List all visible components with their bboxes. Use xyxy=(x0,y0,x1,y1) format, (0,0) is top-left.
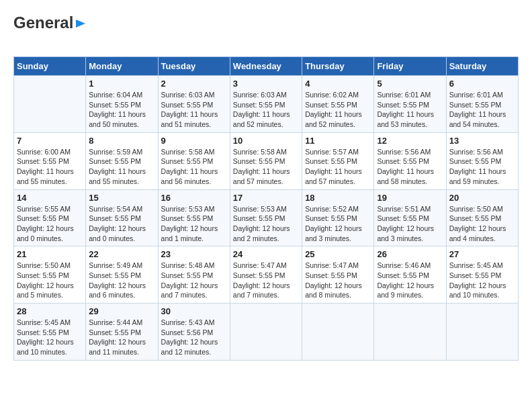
day-detail: Sunrise: 5:47 AM Sunset: 5:55 PM Dayligh… xyxy=(233,261,299,300)
calendar-cell: 9Sunrise: 5:58 AM Sunset: 5:55 PM Daylig… xyxy=(158,132,230,189)
day-detail: Sunrise: 5:54 AM Sunset: 5:55 PM Dayligh… xyxy=(89,204,154,244)
col-header-thursday: Thursday xyxy=(302,57,374,76)
calendar-cell xyxy=(374,304,446,361)
calendar-cell: 3Sunrise: 6:03 AM Sunset: 5:55 PM Daylig… xyxy=(230,76,302,133)
day-number: 19 xyxy=(377,193,443,203)
day-number: 26 xyxy=(377,249,443,259)
calendar-cell: 16Sunrise: 5:53 AM Sunset: 5:55 PM Dayli… xyxy=(158,189,230,246)
calendar-cell: 8Sunrise: 5:59 AM Sunset: 5:55 PM Daylig… xyxy=(86,132,158,189)
calendar-cell: 2Sunrise: 6:03 AM Sunset: 5:55 PM Daylig… xyxy=(158,76,230,133)
day-number: 23 xyxy=(161,249,227,259)
col-header-tuesday: Tuesday xyxy=(158,57,230,76)
day-number: 21 xyxy=(17,249,83,259)
calendar-cell: 17Sunrise: 5:53 AM Sunset: 5:55 PM Dayli… xyxy=(230,189,302,246)
day-number: 12 xyxy=(377,136,443,146)
calendar-cell: 11Sunrise: 5:57 AM Sunset: 5:55 PM Dayli… xyxy=(302,132,374,189)
day-number: 20 xyxy=(449,193,515,203)
day-detail: Sunrise: 6:01 AM Sunset: 5:55 PM Dayligh… xyxy=(449,90,515,130)
calendar-cell: 15Sunrise: 5:54 AM Sunset: 5:55 PM Dayli… xyxy=(86,189,158,246)
calendar-cell: 30Sunrise: 5:43 AM Sunset: 5:56 PM Dayli… xyxy=(158,304,230,361)
day-number: 15 xyxy=(89,193,154,203)
day-detail: Sunrise: 5:46 AM Sunset: 5:55 PM Dayligh… xyxy=(377,261,443,300)
calendar-cell xyxy=(230,304,302,361)
day-detail: Sunrise: 5:59 AM Sunset: 5:55 PM Dayligh… xyxy=(89,147,154,187)
day-detail: Sunrise: 6:02 AM Sunset: 5:55 PM Dayligh… xyxy=(305,90,371,130)
day-detail: Sunrise: 6:03 AM Sunset: 5:55 PM Dayligh… xyxy=(161,90,227,130)
day-number: 28 xyxy=(17,306,83,316)
calendar-cell: 14Sunrise: 5:55 AM Sunset: 5:55 PM Dayli… xyxy=(14,189,86,246)
day-detail: Sunrise: 5:44 AM Sunset: 5:55 PM Dayligh… xyxy=(89,318,154,357)
day-detail: Sunrise: 5:51 AM Sunset: 5:55 PM Dayligh… xyxy=(377,204,443,244)
col-header-monday: Monday xyxy=(86,57,158,76)
day-number: 6 xyxy=(449,79,515,89)
day-detail: Sunrise: 5:49 AM Sunset: 5:55 PM Dayligh… xyxy=(89,261,154,300)
calendar-cell: 21Sunrise: 5:50 AM Sunset: 5:55 PM Dayli… xyxy=(14,246,86,304)
logo-arrow-icon xyxy=(75,17,87,30)
day-detail: Sunrise: 5:56 AM Sunset: 5:55 PM Dayligh… xyxy=(449,147,515,187)
calendar-cell: 13Sunrise: 5:56 AM Sunset: 5:55 PM Dayli… xyxy=(446,132,518,189)
day-detail: Sunrise: 5:53 AM Sunset: 5:55 PM Dayligh… xyxy=(233,204,299,244)
day-number: 14 xyxy=(17,193,83,203)
calendar-cell: 28Sunrise: 5:45 AM Sunset: 5:55 PM Dayli… xyxy=(14,304,86,361)
calendar-cell: 18Sunrise: 5:52 AM Sunset: 5:55 PM Dayli… xyxy=(302,189,374,246)
calendar-week-5: 28Sunrise: 5:45 AM Sunset: 5:55 PM Dayli… xyxy=(14,304,519,361)
day-number: 29 xyxy=(89,306,154,316)
day-number: 7 xyxy=(17,136,83,146)
day-detail: Sunrise: 5:58 AM Sunset: 5:55 PM Dayligh… xyxy=(233,147,299,187)
day-detail: Sunrise: 5:45 AM Sunset: 5:55 PM Dayligh… xyxy=(17,318,83,357)
calendar-cell: 5Sunrise: 6:01 AM Sunset: 5:55 PM Daylig… xyxy=(374,76,446,133)
logo: General xyxy=(13,13,87,50)
calendar-cell: 6Sunrise: 6:01 AM Sunset: 5:55 PM Daylig… xyxy=(446,76,518,133)
day-number: 10 xyxy=(233,136,299,146)
day-detail: Sunrise: 5:50 AM Sunset: 5:55 PM Dayligh… xyxy=(17,261,83,300)
calendar-week-3: 14Sunrise: 5:55 AM Sunset: 5:55 PM Dayli… xyxy=(14,189,519,246)
calendar-cell xyxy=(446,304,518,361)
day-number: 18 xyxy=(305,193,371,203)
day-number: 11 xyxy=(305,136,371,146)
day-detail: Sunrise: 5:58 AM Sunset: 5:55 PM Dayligh… xyxy=(161,147,227,187)
day-detail: Sunrise: 5:52 AM Sunset: 5:55 PM Dayligh… xyxy=(305,204,371,244)
col-header-friday: Friday xyxy=(374,57,446,76)
col-header-saturday: Saturday xyxy=(446,57,518,76)
day-detail: Sunrise: 5:48 AM Sunset: 5:55 PM Dayligh… xyxy=(161,261,227,300)
day-number: 9 xyxy=(161,136,227,146)
calendar-cell: 10Sunrise: 5:58 AM Sunset: 5:55 PM Dayli… xyxy=(230,132,302,189)
logo-general-text: General xyxy=(13,13,73,32)
calendar-table: SundayMondayTuesdayWednesdayThursdayFrid… xyxy=(13,56,519,361)
day-number: 17 xyxy=(233,193,299,203)
calendar-cell: 20Sunrise: 5:50 AM Sunset: 5:55 PM Dayli… xyxy=(446,189,518,246)
calendar-cell: 29Sunrise: 5:44 AM Sunset: 5:55 PM Dayli… xyxy=(86,304,158,361)
day-number: 27 xyxy=(449,249,515,259)
day-number: 30 xyxy=(161,306,227,316)
day-detail: Sunrise: 5:56 AM Sunset: 5:55 PM Dayligh… xyxy=(377,147,443,187)
calendar-cell: 25Sunrise: 5:47 AM Sunset: 5:55 PM Dayli… xyxy=(302,246,374,304)
calendar-cell: 23Sunrise: 5:48 AM Sunset: 5:55 PM Dayli… xyxy=(158,246,230,304)
calendar-cell: 1Sunrise: 6:04 AM Sunset: 5:55 PM Daylig… xyxy=(86,76,158,133)
calendar-cell: 7Sunrise: 6:00 AM Sunset: 5:55 PM Daylig… xyxy=(14,132,86,189)
page-header: General xyxy=(13,13,519,50)
day-detail: Sunrise: 5:57 AM Sunset: 5:55 PM Dayligh… xyxy=(305,147,371,187)
day-detail: Sunrise: 5:50 AM Sunset: 5:55 PM Dayligh… xyxy=(449,204,515,244)
calendar-cell: 19Sunrise: 5:51 AM Sunset: 5:55 PM Dayli… xyxy=(374,189,446,246)
calendar-cell: 26Sunrise: 5:46 AM Sunset: 5:55 PM Dayli… xyxy=(374,246,446,304)
day-number: 16 xyxy=(161,193,227,203)
calendar-cell xyxy=(302,304,374,361)
calendar-week-1: 1Sunrise: 6:04 AM Sunset: 5:55 PM Daylig… xyxy=(14,76,519,133)
svg-marker-0 xyxy=(76,19,85,28)
day-number: 25 xyxy=(305,249,371,259)
day-detail: Sunrise: 5:53 AM Sunset: 5:55 PM Dayligh… xyxy=(161,204,227,244)
day-number: 8 xyxy=(89,136,154,146)
calendar-cell xyxy=(14,76,86,133)
day-number: 4 xyxy=(305,79,371,89)
calendar-week-4: 21Sunrise: 5:50 AM Sunset: 5:55 PM Dayli… xyxy=(14,246,519,304)
calendar-cell: 4Sunrise: 6:02 AM Sunset: 5:55 PM Daylig… xyxy=(302,76,374,133)
day-detail: Sunrise: 6:03 AM Sunset: 5:55 PM Dayligh… xyxy=(233,90,299,130)
day-detail: Sunrise: 6:04 AM Sunset: 5:55 PM Dayligh… xyxy=(89,90,154,130)
col-header-wednesday: Wednesday xyxy=(230,57,302,76)
calendar-header: SundayMondayTuesdayWednesdayThursdayFrid… xyxy=(14,57,519,76)
day-detail: Sunrise: 5:45 AM Sunset: 5:55 PM Dayligh… xyxy=(449,261,515,300)
day-number: 3 xyxy=(233,79,299,89)
day-number: 5 xyxy=(377,79,443,89)
day-detail: Sunrise: 6:00 AM Sunset: 5:55 PM Dayligh… xyxy=(17,147,83,187)
calendar-cell: 22Sunrise: 5:49 AM Sunset: 5:55 PM Dayli… xyxy=(86,246,158,304)
